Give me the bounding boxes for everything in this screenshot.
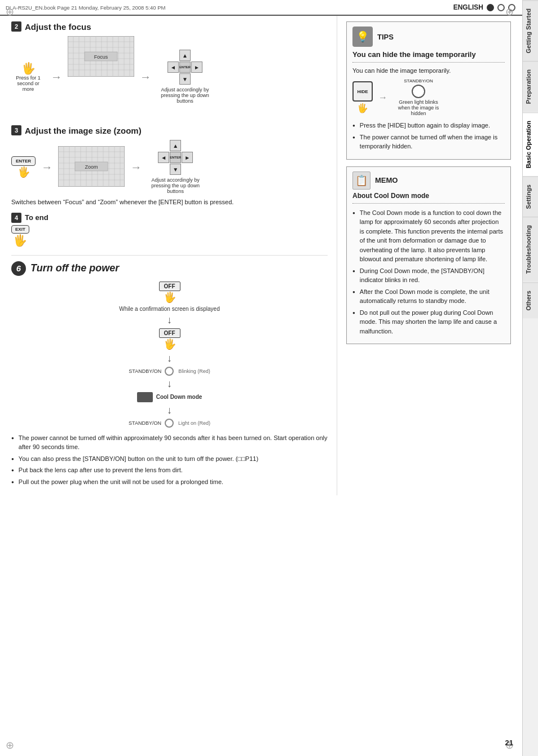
hide-button[interactable]: HIDE — [352, 81, 373, 102]
standby-light-row: STANDBY/ON Light on (Red) — [129, 419, 210, 428]
dpad-enter-focus[interactable]: ENTER — [179, 61, 191, 73]
dpad-zoom: ▲ ◄ ENTER ► ▼ — [158, 140, 193, 175]
sidebar-tab-troubleshooting[interactable]: Troubleshooting — [523, 217, 538, 282]
memo-bullet-3: After the Cool Down mode is complete, th… — [352, 287, 505, 306]
sidebar-tab-basic-operation[interactable]: Basic Operation — [523, 112, 538, 176]
tips-bullet-1-text: Press the [HIDE] button again to display… — [360, 121, 490, 130]
cooldown-row: Cool Down mode — [137, 392, 202, 402]
corner-mark-tl: ⊕ — [6, 6, 17, 17]
off-btn-group1: OFF 🖐 — [159, 282, 180, 304]
memo-bullet-4: Do not pull out the power plug during Co… — [352, 308, 505, 336]
section6-title-text: Turn off the power — [30, 262, 119, 274]
blinking-label: Blinking (Red) — [178, 368, 210, 374]
tips-box: 💡 TIPS You can hide the image temporaril… — [346, 21, 511, 160]
zoom-instr-row: ENTER 🖐 → — [11, 140, 328, 194]
to-end-row: EXIT 🖐 — [11, 225, 328, 247]
section-separator — [11, 255, 328, 256]
lang-dot-filled — [487, 4, 494, 11]
memo-box: 📋 MEMO About Cool Down mode The Cool Dow… — [346, 166, 511, 345]
memo-title: MEMO — [375, 176, 398, 184]
memo-divider — [352, 203, 505, 204]
tips-title: TIPS — [377, 33, 394, 41]
hand-icon-hide: 🖐 — [357, 103, 368, 113]
section4-title-text: To end — [25, 213, 48, 222]
arrow-right-2: → — [140, 71, 151, 83]
top-header: DLA-RS2U_EN.book Page 21 Monday, Februar… — [0, 0, 538, 16]
standby-indicator2 — [165, 419, 174, 428]
arrow-down-2: ↓ — [167, 353, 172, 364]
hide-diagram: HIDE 🖐 → STANDBY/ON Green light blinks w… — [352, 78, 505, 116]
standby-group: STANDBY/ON Green light blinks when the i… — [393, 78, 444, 116]
left-column: 2 Adjust the focus 🖐 Press for 1 second … — [7, 16, 337, 495]
dpad-zoom-left[interactable]: ◄ — [158, 152, 169, 163]
dpad-enter-zoom[interactable]: ENTER — [170, 152, 181, 163]
lang-dot-empty1 — [497, 4, 505, 11]
memo-bullet-2-text: During Cool Down mode, the [STANDBY/ON] … — [360, 266, 505, 285]
memo-bullet-3-text: After the Cool Down mode is complete, th… — [360, 287, 505, 306]
dpad-zoom-up[interactable]: ▲ — [170, 140, 181, 151]
memo-header: 📋 MEMO — [352, 172, 505, 190]
memo-icon: 📋 — [352, 172, 371, 190]
dpad-up[interactable]: ▲ — [179, 50, 191, 61]
exit-btn-group: EXIT 🖐 — [11, 225, 29, 247]
light-label: Light on (Red) — [178, 420, 210, 426]
dpad-zoom-right[interactable]: ► — [182, 152, 193, 163]
section3-title-text: Adjust the image size (zoom) — [25, 126, 142, 135]
power-bullet-3-text: Put back the lens cap after use to preve… — [19, 465, 183, 475]
dpad-right[interactable]: ► — [191, 61, 202, 73]
tips-bullet-2-text: The power cannot be turned off when the … — [360, 133, 505, 151]
power-bullet-1: The power cannot be turned off within ap… — [11, 433, 328, 452]
power-bullet-2-text: You can also press the [STANDBY/ON] butt… — [19, 454, 258, 464]
focus-press-group: 🖐 Press for 1 second or more — [11, 61, 45, 92]
sidebar-tab-settings[interactable]: Settings — [523, 176, 538, 217]
standby-indicator1 — [165, 367, 174, 376]
standby-blink-row: STANDBY/ON Blinking (Red) — [129, 367, 210, 376]
section2-title-text: Adjust the focus — [25, 22, 91, 32]
tips-bullet-2: The power cannot be turned off when the … — [352, 133, 505, 151]
sidebar-tab-getting-started[interactable]: Getting Started — [523, 0, 538, 61]
enter-button[interactable]: ENTER — [11, 156, 36, 166]
step3-number: 3 — [11, 125, 21, 135]
dpad-left[interactable]: ◄ — [167, 61, 179, 73]
right-column: 💡 TIPS You can hide the image temporaril… — [337, 16, 518, 495]
power-bullet-2: You can also press the [STANDBY/ON] butt… — [11, 454, 328, 464]
main-content: 2 Adjust the focus 🖐 Press for 1 second … — [0, 16, 538, 495]
arrow-right-4: → — [130, 161, 142, 174]
standby-circle — [412, 85, 425, 98]
arrow-right-1: → — [51, 71, 62, 83]
cooldown-icon — [137, 392, 153, 402]
off-step1: OFF 🖐 — [159, 282, 180, 304]
focus-grid-svg: Focus — [68, 36, 134, 77]
dpad-zoom-group: ▲ ◄ ENTER ► ▼ Adjust accordingly by pres… — [147, 140, 204, 194]
focus-adjust-caption: Adjust accordingly by pressing the up do… — [157, 87, 213, 104]
arrow-right-3: → — [41, 161, 52, 174]
corner-mark-tr: ⊕ — [505, 6, 517, 17]
power-bullet-4-text: Pull out the power plug when the unit wi… — [19, 477, 223, 487]
dpad-zoom-down[interactable]: ▼ — [170, 164, 181, 175]
hide-btn-group: HIDE 🖐 — [352, 81, 373, 113]
memo-icon-symbol: 📋 — [355, 174, 368, 187]
dpad-down[interactable]: ▼ — [179, 73, 191, 85]
exit-button[interactable]: EXIT — [11, 225, 29, 234]
off-label1: OFF — [159, 282, 180, 291]
arrow-down-3: ↓ — [167, 378, 172, 390]
power-bullet-4: Pull out the power plug when the unit wi… — [11, 477, 328, 487]
memo-bullet-1-text: The Cool Down mode is a function to cool… — [360, 208, 505, 264]
sidebar-tab-others[interactable]: Others — [523, 282, 538, 318]
section-adjust-zoom: 3 Adjust the image size (zoom) ENTER 🖐 → — [11, 125, 328, 207]
hand-icon-focus: 🖐 — [21, 61, 36, 75]
memo-bullets: The Cool Down mode is a function to cool… — [352, 208, 505, 336]
arrow-right-hide: → — [378, 93, 387, 103]
focus-instr-row: 🖐 Press for 1 second or more → // Genera… — [11, 36, 328, 117]
section2-title: 2 Adjust the focus — [11, 21, 328, 32]
hide-label: HIDE — [357, 89, 368, 94]
hand-icon-exit: 🖐 — [13, 234, 27, 247]
power-flow-diagram: OFF 🖐 While a confirmation screen is dis… — [11, 282, 328, 428]
sidebar-tab-preparation[interactable]: Preparation — [523, 61, 538, 112]
focus-screen: // Generate grid cells inline via a smal… — [68, 36, 134, 117]
dpad-focus-group: ▲ ◄ ENTER ► ▼ Adjust accordingly by pres… — [157, 50, 213, 104]
hand-icon-enter: 🖐 — [17, 166, 30, 178]
tips-header: 💡 TIPS — [352, 27, 505, 47]
off-label2: OFF — [159, 328, 180, 338]
corner-mark-bl: ⊕ — [6, 739, 17, 750]
